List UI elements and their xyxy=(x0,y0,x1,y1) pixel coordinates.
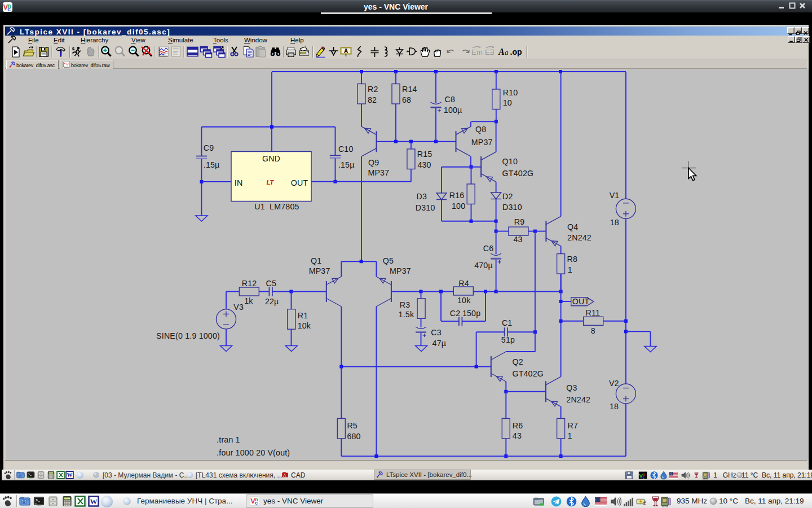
svg-text:Q9: Q9 xyxy=(368,158,379,167)
svg-text:47µ: 47µ xyxy=(433,339,447,348)
svg-text:R2: R2 xyxy=(368,85,378,94)
svg-text:2N242: 2N242 xyxy=(566,395,590,404)
svg-text:.four 1000 20 V(out): .four 1000 20 V(out) xyxy=(217,448,290,457)
svg-text:MP37: MP37 xyxy=(471,138,493,147)
svg-text:SINE(0 1.9 1000): SINE(0 1.9 1000) xyxy=(156,331,220,340)
svg-text:22µ: 22µ xyxy=(265,297,279,306)
svg-text:C5: C5 xyxy=(266,279,277,288)
svg-text:68: 68 xyxy=(402,95,411,104)
svg-text:R11: R11 xyxy=(586,308,601,317)
svg-text:R7: R7 xyxy=(568,421,579,430)
svg-text:Q5: Q5 xyxy=(383,256,394,265)
svg-text:MP37: MP37 xyxy=(390,266,411,275)
svg-text:680: 680 xyxy=(347,432,360,441)
svg-text:C9: C9 xyxy=(204,143,214,152)
svg-text:.op: .op xyxy=(510,47,522,56)
svg-text:Q1: Q1 xyxy=(311,256,321,265)
svg-text:∃: ∃ xyxy=(489,48,494,56)
svg-text:c: c xyxy=(255,500,258,506)
svg-text:R12: R12 xyxy=(242,279,257,288)
svg-text:R8: R8 xyxy=(567,255,578,264)
svg-text:8: 8 xyxy=(591,326,595,335)
svg-text:R14: R14 xyxy=(402,85,417,94)
svg-text:Q4: Q4 xyxy=(567,222,578,231)
svg-text:D310: D310 xyxy=(416,203,435,212)
svg-text:W: W xyxy=(67,472,73,478)
svg-text:OUT: OUT xyxy=(572,297,590,306)
svg-text:GT402G: GT402G xyxy=(512,369,544,378)
svg-text:W: W xyxy=(90,497,98,506)
svg-text:.15µ: .15µ xyxy=(204,160,220,169)
svg-text:R1: R1 xyxy=(298,311,308,320)
svg-text:100µ: 100µ xyxy=(444,106,462,115)
svg-text:1: 1 xyxy=(568,265,572,274)
svg-text:18: 18 xyxy=(610,218,619,227)
svg-text:LT: LT xyxy=(267,179,275,186)
svg-text:c: c xyxy=(643,475,645,479)
svg-text:1k: 1k xyxy=(244,296,253,305)
svg-text:R5: R5 xyxy=(347,421,358,430)
svg-text:Q10: Q10 xyxy=(502,157,518,166)
svg-text:R10: R10 xyxy=(503,88,518,97)
svg-text:R3: R3 xyxy=(400,300,411,309)
svg-text:18: 18 xyxy=(610,402,619,411)
svg-text:R15: R15 xyxy=(417,150,433,159)
svg-text:MP37: MP37 xyxy=(368,168,389,177)
svg-text:GT402G: GT402G xyxy=(502,169,534,178)
svg-text:1: 1 xyxy=(568,431,572,440)
svg-text:D3: D3 xyxy=(417,192,427,201)
svg-text:2N242: 2N242 xyxy=(567,233,592,242)
svg-text:C1: C1 xyxy=(502,318,513,327)
svg-text:43: 43 xyxy=(513,235,522,244)
svg-text:IN: IN xyxy=(235,178,243,187)
svg-text:1.5k: 1.5k xyxy=(399,310,414,319)
svg-text:82: 82 xyxy=(368,95,377,104)
svg-text:51p: 51p xyxy=(501,335,515,344)
svg-text:R9: R9 xyxy=(514,217,525,226)
svg-text:R6: R6 xyxy=(513,421,523,430)
svg-text:R4: R4 xyxy=(458,279,469,288)
svg-text:.tran 1: .tran 1 xyxy=(217,435,240,444)
svg-text:Q3: Q3 xyxy=(566,383,577,392)
svg-text:430: 430 xyxy=(417,160,431,169)
svg-text:10: 10 xyxy=(503,98,512,107)
svg-text:C2: C2 xyxy=(450,309,461,318)
svg-text:Q8: Q8 xyxy=(475,125,486,134)
svg-text:V1: V1 xyxy=(610,191,620,200)
svg-text:C8: C8 xyxy=(445,95,456,104)
svg-text:Q2: Q2 xyxy=(512,357,523,366)
svg-text:C10: C10 xyxy=(338,144,354,154)
svg-text:D2: D2 xyxy=(502,192,513,201)
svg-text:C6: C6 xyxy=(483,244,494,253)
svg-text:m: m xyxy=(476,48,483,56)
svg-text:10k: 10k xyxy=(457,296,471,305)
svg-text:.15µ: .15µ xyxy=(338,160,355,169)
svg-text:E: E xyxy=(471,48,476,56)
svg-text:V3: V3 xyxy=(233,303,244,312)
svg-text:470µ: 470µ xyxy=(474,261,493,270)
svg-text:a: a xyxy=(505,48,509,56)
svg-text:GND: GND xyxy=(262,154,280,163)
svg-text:D310: D310 xyxy=(502,203,522,212)
svg-text:OUT: OUT xyxy=(291,178,308,187)
svg-text:100: 100 xyxy=(452,202,465,211)
svg-text:10k: 10k xyxy=(298,321,311,330)
svg-text:150p: 150p xyxy=(462,309,480,318)
svg-text:MP37: MP37 xyxy=(309,266,330,275)
svg-text:R16: R16 xyxy=(449,191,465,200)
svg-text:43: 43 xyxy=(513,431,522,440)
svg-text:C3: C3 xyxy=(431,328,442,337)
svg-text:A: A xyxy=(498,47,505,56)
svg-text:V2: V2 xyxy=(609,379,619,388)
svg-text:A: A xyxy=(344,48,348,54)
svg-text:U1 LM7805: U1 LM7805 xyxy=(254,202,299,211)
